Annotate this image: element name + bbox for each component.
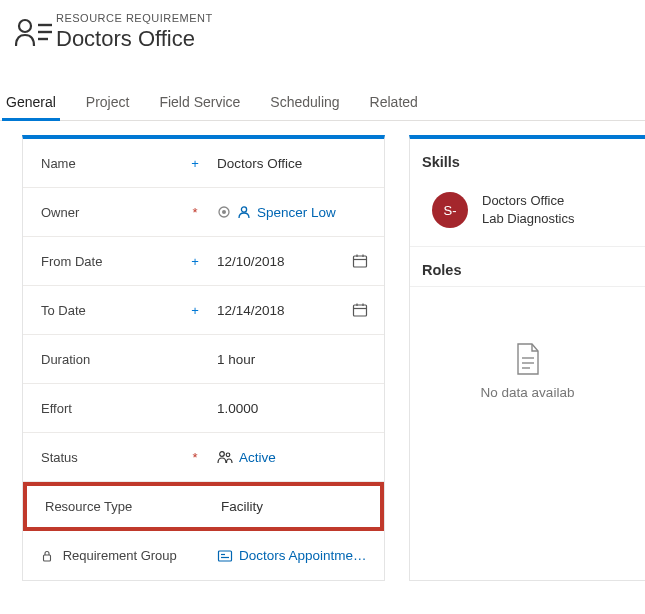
svg-point-16 [226, 453, 230, 457]
field-to-date-label: To Date [41, 303, 191, 318]
skill-line2: Lab Diagnostics [482, 210, 575, 228]
field-effort-value[interactable]: 1.0000 [199, 401, 370, 416]
roles-empty-state: No data availab [410, 286, 645, 456]
req-group-link-text: Doctors Appointme… [239, 548, 367, 563]
field-name-value[interactable]: Doctors Office [199, 156, 370, 171]
field-to-date[interactable]: To Date + 12/14/2018 [23, 286, 384, 335]
form-tabs: General Project Field Service Scheduling… [0, 60, 645, 121]
svg-rect-7 [354, 256, 367, 267]
tab-general[interactable]: General [4, 88, 58, 120]
field-name[interactable]: Name + Doctors Office [23, 139, 384, 188]
field-owner-label: Owner [41, 205, 191, 220]
field-effort-label: Effort [41, 401, 191, 416]
field-effort[interactable]: Effort 1.0000 [23, 384, 384, 433]
svg-point-5 [222, 210, 226, 214]
required-marker: * [191, 205, 199, 220]
general-panel: Name + Doctors Office Owner * Spencer Lo… [22, 135, 385, 581]
tab-related[interactable]: Related [368, 88, 420, 120]
field-from-date-label: From Date [41, 254, 191, 269]
person-icon [237, 205, 251, 219]
field-to-date-value[interactable]: 12/14/2018 [199, 303, 370, 318]
field-from-date-value[interactable]: 12/10/2018 [199, 254, 370, 269]
lock-icon [41, 550, 53, 562]
field-from-date[interactable]: From Date + 12/10/2018 [23, 237, 384, 286]
tab-field-service[interactable]: Field Service [157, 88, 242, 120]
field-owner[interactable]: Owner * Spencer Low [23, 188, 384, 237]
svg-rect-11 [354, 305, 367, 316]
target-icon [217, 205, 231, 219]
record-header: RESOURCE REQUIREMENT Doctors Office [0, 0, 645, 60]
recommended-marker: + [191, 254, 199, 269]
svg-rect-17 [44, 555, 51, 561]
roles-header: Roles [410, 246, 645, 286]
side-panel: Skills S- Doctors Office Lab Diagnostics… [409, 135, 645, 581]
document-icon [515, 343, 541, 375]
field-duration-label: Duration [41, 352, 191, 367]
field-resource-type[interactable]: Resource Type Facility [23, 482, 384, 531]
field-duration[interactable]: Duration 1 hour [23, 335, 384, 384]
svg-point-6 [241, 207, 246, 212]
roles-empty-text: No data availab [481, 385, 575, 400]
field-duration-value[interactable]: 1 hour [199, 352, 370, 367]
recommended-marker: + [191, 303, 199, 318]
owner-link-text: Spencer Low [257, 205, 336, 220]
skill-item[interactable]: S- Doctors Office Lab Diagnostics [410, 178, 645, 246]
entity-icon [12, 10, 56, 54]
field-requirement-group-value[interactable]: Doctors Appointme… [199, 548, 370, 563]
tab-project[interactable]: Project [84, 88, 132, 120]
field-status-value[interactable]: Active [199, 450, 370, 465]
field-owner-value[interactable]: Spencer Low [199, 205, 370, 220]
field-requirement-group-label: Requirement Group [41, 548, 191, 563]
svg-rect-18 [219, 551, 232, 561]
recommended-marker: + [191, 156, 199, 171]
card-icon [217, 549, 233, 563]
field-name-label: Name [41, 156, 191, 171]
field-status-label: Status [41, 450, 191, 465]
tab-scheduling[interactable]: Scheduling [268, 88, 341, 120]
svg-point-15 [220, 452, 225, 457]
avatar: S- [432, 192, 468, 228]
skills-header: Skills [410, 139, 645, 178]
field-resource-type-label: Resource Type [45, 499, 195, 514]
status-link-text: Active [239, 450, 276, 465]
skill-line1: Doctors Office [482, 192, 575, 210]
record-title: Doctors Office [56, 26, 213, 52]
calendar-icon[interactable] [352, 253, 368, 269]
people-icon [217, 450, 233, 464]
field-status[interactable]: Status * Active [23, 433, 384, 482]
required-marker: * [191, 450, 199, 465]
field-requirement-group[interactable]: Requirement Group Doctors Appointme… [23, 531, 384, 580]
calendar-icon[interactable] [352, 302, 368, 318]
svg-point-0 [19, 20, 31, 32]
field-resource-type-value[interactable]: Facility [203, 499, 366, 514]
record-supertitle: RESOURCE REQUIREMENT [56, 12, 213, 24]
